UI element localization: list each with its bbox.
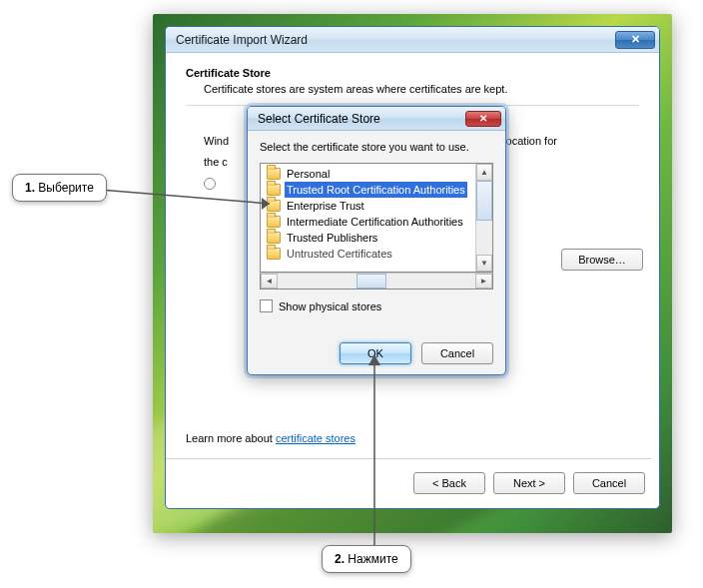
close-icon: ✕: [479, 113, 487, 124]
scroll-up-button[interactable]: ▲: [476, 164, 492, 181]
tree-item-trusted-root[interactable]: Trusted Root Certification Authorities: [261, 182, 475, 198]
scroll-down-button[interactable]: ▼: [476, 255, 492, 272]
tree-item-intermediate-ca[interactable]: Intermediate Certification Authorities: [261, 214, 475, 230]
callout-1: 1. Выберите: [12, 174, 107, 202]
tree-item-enterprise-trust[interactable]: Enterprise Trust: [261, 198, 475, 214]
learn-more-link[interactable]: certificate stores: [276, 432, 355, 444]
horizontal-scrollbar[interactable]: ◄ ►: [260, 273, 493, 290]
dialog-title: Select Certificate Store: [258, 112, 465, 126]
store-tree-list[interactable]: Personal Trusted Root Certification Auth…: [261, 164, 475, 272]
svg-marker-3: [368, 354, 380, 365]
browse-button[interactable]: Browse…: [561, 249, 643, 271]
folder-icon: [267, 168, 281, 180]
svg-line-0: [100, 190, 270, 204]
callout-2-arrow: [359, 349, 389, 549]
folder-icon: [267, 216, 281, 228]
next-button[interactable]: Next >: [493, 472, 565, 494]
folder-icon: [267, 232, 281, 244]
tree-item-untrusted[interactable]: Untrusted Certificates: [261, 246, 475, 262]
wizard-titlebar[interactable]: Certificate Import Wizard ✕: [166, 27, 659, 53]
callout-1-arrow: [100, 186, 280, 216]
scroll-right-button[interactable]: ►: [475, 274, 492, 289]
hscroll-track[interactable]: [278, 274, 475, 289]
dialog-close-button[interactable]: ✕: [465, 111, 501, 127]
wizard-title: Certificate Import Wizard: [176, 33, 615, 47]
close-icon: ✕: [631, 33, 640, 46]
select-store-dialog: Select Certificate Store ✕ Select the ce…: [247, 106, 506, 375]
scroll-left-button[interactable]: ◄: [261, 274, 278, 289]
scroll-thumb[interactable]: [476, 181, 492, 221]
section-desc: Certificate stores are system areas wher…: [204, 83, 639, 95]
store-tree: Personal Trusted Root Certification Auth…: [260, 163, 493, 273]
dialog-titlebar[interactable]: Select Certificate Store ✕: [248, 107, 505, 131]
show-physical-label: Show physical stores: [279, 300, 381, 312]
callout-2: 2. Нажмите: [322, 545, 411, 573]
wizard-cancel-button[interactable]: Cancel: [573, 472, 645, 494]
dialog-cancel-button[interactable]: Cancel: [421, 342, 493, 364]
tree-item-personal[interactable]: Personal: [261, 166, 475, 182]
back-button[interactable]: < Back: [413, 472, 485, 494]
scroll-track[interactable]: [476, 221, 492, 255]
wizard-close-button[interactable]: ✕: [615, 31, 655, 49]
folder-icon: [267, 248, 281, 260]
checkbox-icon[interactable]: [260, 299, 273, 312]
dialog-body: Select the certificate store you want to…: [248, 131, 505, 374]
wizard-button-row: < Back Next > Cancel: [413, 472, 645, 494]
svg-marker-1: [262, 198, 270, 210]
section-title: Certificate Store: [186, 67, 639, 79]
learn-more: Learn more about certificate stores: [186, 432, 355, 444]
hscroll-thumb[interactable]: [356, 274, 386, 289]
vertical-scrollbar[interactable]: ▲ ▼: [475, 164, 492, 272]
show-physical-row[interactable]: Show physical stores: [260, 299, 493, 312]
dialog-prompt: Select the certificate store you want to…: [260, 141, 493, 153]
tree-item-trusted-publishers[interactable]: Trusted Publishers: [261, 230, 475, 246]
